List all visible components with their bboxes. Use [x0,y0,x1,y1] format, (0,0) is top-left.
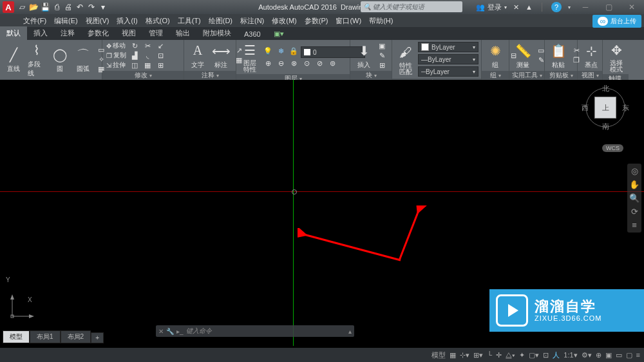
menu-modify[interactable]: 修改(M) [268,16,301,26]
appstore-icon[interactable]: ▲ [526,3,533,11]
cmdline-config-icon[interactable]: 🔧 [166,328,174,335]
qat-saveas-icon[interactable]: ⎙ [52,2,62,12]
layer-tool4[interactable]: ⊙ [301,59,312,68]
tab-add-layout[interactable]: + [91,332,104,343]
panel-annotation-title[interactable]: 注释 [184,71,236,80]
menu-window[interactable]: 窗口(W) [332,16,365,26]
layer-icon2[interactable]: ❄ [275,46,287,55]
panel-modify-title[interactable]: 修改 [102,71,184,80]
menu-param[interactable]: 参数(P) [301,16,332,26]
tab-layout2[interactable]: 布局2 [61,330,91,343]
rotate-button[interactable]: ↻ [129,41,140,50]
tab-annotate[interactable]: 注释 [54,26,81,40]
nav-wheel-icon[interactable]: ◎ [631,166,638,176]
nav-orbit-icon[interactable]: ⟳ [631,207,638,216]
scale-button[interactable]: ◫ [129,61,140,70]
status-lw-icon[interactable]: ⊡ [543,351,549,359]
basepoint-button[interactable]: ⊹基点 [580,42,602,70]
insert-block-button[interactable]: ⬇插入 [353,42,375,70]
menu-edit[interactable]: 编辑(E) [50,16,82,26]
close-button[interactable]: ✕ [623,1,640,13]
menu-help[interactable]: 帮助(H) [365,16,397,26]
tab-layout1[interactable]: 布局1 [30,330,61,343]
block-attr[interactable]: ⊞ [376,61,388,70]
help-icon[interactable]: ? [551,2,562,12]
panel-block-title[interactable]: 块 [350,71,392,80]
status-anno-icon[interactable]: 人 [553,350,560,360]
search-input[interactable]: 🔍 键入关键字或短语 [361,1,462,12]
menu-file[interactable]: 文件(F) [19,16,50,26]
layer-tool5[interactable]: ⊘ [314,59,325,68]
cmdline-history-icon[interactable]: ▴ [348,328,352,335]
group-button[interactable]: ✺组 [484,42,506,70]
polyline-button[interactable]: ⌇多段线 [26,41,48,78]
status-scale-icon[interactable]: 1:1▾ [564,351,577,359]
layer-icon1[interactable]: 💡 [262,46,274,55]
tab-default[interactable]: 默认 [0,26,27,40]
drawing-canvas[interactable]: YX 上 北 南 东 西 WCS ◎ ✋ 🔍 ⟳ ≡ OPTIONS 命令: ✕… [0,80,644,346]
stretch-button[interactable]: ⇲ 拉伸 [105,61,128,70]
menu-dimension[interactable]: 标注(N) [236,16,268,26]
maximize-button[interactable]: ▢ [600,1,617,13]
app-logo[interactable]: A [3,1,14,13]
linetype-dropdown[interactable]: ─ ByLayer▾ [418,66,478,77]
tab-parametric[interactable]: 参数化 [81,26,115,40]
tab-output[interactable]: 输出 [169,26,196,40]
tab-view[interactable]: 视图 [115,26,142,40]
fillet-button[interactable]: ◟ [142,51,153,60]
wcs-tag[interactable]: WCS [602,144,623,152]
menu-draw[interactable]: 绘图(D) [205,16,236,26]
modify-extra1[interactable]: ↙ [155,41,166,50]
exchange-icon[interactable]: ✕ [513,3,519,12]
panel-group-title[interactable]: 组 [482,71,509,80]
dimension-button[interactable]: ⟷标注 [210,42,232,70]
select-mode-button[interactable]: ✥选择 模式 [605,41,627,73]
arc-button[interactable]: ⌒圆弧 [72,46,94,73]
status-model[interactable]: 模型 [431,350,446,360]
layer-tool3[interactable]: ⊗ [288,59,299,68]
line-button[interactable]: ╱直线 [3,46,24,73]
login-button[interactable]: 👥 登录▾ [476,3,507,12]
layer-tool2[interactable]: ⊖ [275,59,287,68]
layer-tool1[interactable]: ⊕ [262,59,274,68]
nav-showmotion-icon[interactable]: ≡ [632,220,637,230]
status-clean-icon[interactable]: ▢ [626,351,632,359]
status-annomon-icon[interactable]: ⊕ [596,351,601,359]
layer-icon3[interactable]: 🔒 [288,46,299,55]
view-cube[interactable]: 上 北 南 东 西 [583,85,628,130]
status-snap-icon[interactable]: ⊹▾ [460,351,469,359]
layer-properties-button[interactable]: ☰图层 特性 [239,41,261,73]
text-button[interactable]: A文字 [187,42,209,70]
layer-tool6[interactable]: ⊚ [327,59,338,68]
menu-view[interactable]: 视图(V) [82,16,113,26]
status-iso2-icon[interactable]: ▣ [605,351,612,359]
mirror-button[interactable]: ▟ [129,51,140,60]
status-iso-icon[interactable]: ⧋▾ [506,351,515,359]
panel-view-title[interactable]: 视图 [578,71,602,80]
panel-utilities-title[interactable]: 实用工具 [509,71,544,80]
nav-pan-icon[interactable]: ✋ [629,180,639,189]
status-grid-icon[interactable]: ▦ [450,351,456,359]
status-workspace-icon[interactable]: ⚙▾ [582,351,592,359]
status-grid2-icon[interactable]: ⊞▾ [473,351,483,359]
modify-extra2[interactable]: ⊡ [155,51,166,60]
tab-a360[interactable]: A360 [238,28,267,40]
trim-button[interactable]: ✂ [142,41,153,50]
qat-undo-icon[interactable]: ↶ [75,2,85,12]
status-osnap-icon[interactable]: ▢▾ [529,351,539,359]
panel-clipboard-title[interactable]: 剪贴板 [545,71,577,80]
measure-button[interactable]: 📏测量 [512,42,534,70]
qat-redo-icon[interactable]: ↷ [86,2,97,12]
tab-insert[interactable]: 插入 [27,26,54,40]
qat-open-icon[interactable]: 📂 [28,2,39,12]
command-line[interactable]: ✕ 🔧 ▸_ 键入命令 ▴ [156,325,354,337]
minimize-button[interactable]: ─ [577,1,594,13]
qat-new-icon[interactable]: ▱ [17,2,27,12]
copy-button[interactable]: ❐ 复制 [105,51,128,60]
cmdline-close-icon[interactable]: ✕ [158,328,164,335]
status-ortho-icon[interactable]: └ [487,351,492,359]
qat-save-icon[interactable]: 💾 [40,2,50,12]
color-dropdown[interactable]: ByLayer▾ [418,42,478,52]
status-otrack-icon[interactable]: ✦ [519,351,525,359]
qat-dropdown-icon[interactable]: ▾ [98,2,108,12]
